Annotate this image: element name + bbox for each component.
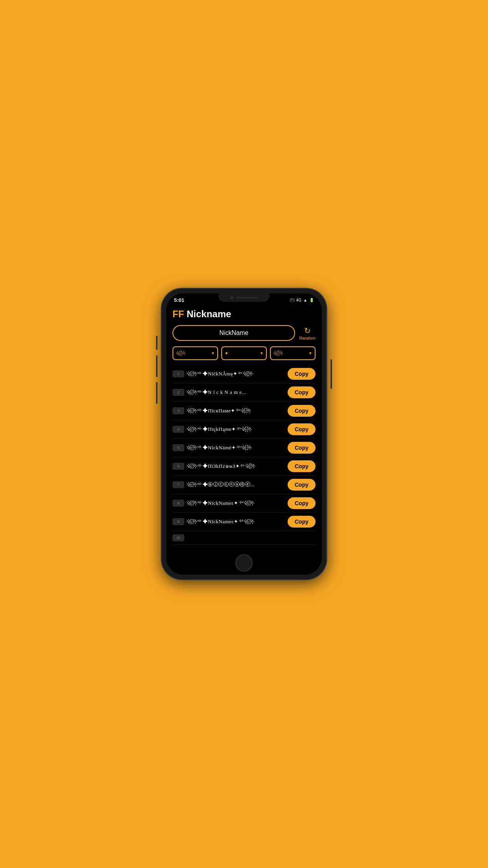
item-number-4: 4 — [172, 426, 184, 433]
copy-button-6[interactable]: Copy — [288, 460, 316, 472]
item-number-7: 7 — [172, 481, 184, 488]
item-number-10: 10 — [172, 534, 184, 541]
phone-screen: 5:01 📳 4G ▲ 🔋 FF Nickname ↻ Random — [166, 293, 322, 575]
list-item: 8 ꧁꧂༺✦NїckNameε✦༻꧁꧂ Copy — [172, 494, 316, 513]
chevron-down-icon: ▼ — [211, 351, 215, 355]
status-icons: 📳 4G ▲ 🔋 — [290, 298, 314, 302]
volume-up-button — [156, 336, 158, 350]
filter-suffix-text: ꧁꧂ — [273, 350, 283, 356]
item-text-9: ꧁꧂༺✦NїckNameε✦༻꧁꧂ — [187, 519, 284, 525]
copy-button-5[interactable]: Copy — [288, 442, 316, 454]
item-number-3: 3 — [172, 407, 184, 414]
wifi-icon: ▲ — [303, 298, 307, 302]
item-number-6: 6 — [172, 463, 184, 470]
filter-suffix[interactable]: ꧁꧂ ▼ — [270, 346, 316, 360]
chevron-down-icon: ▼ — [308, 351, 312, 355]
title-ff: FF — [172, 309, 184, 319]
list-item: 6 ꧁꧂༺✦ПїЗkПɾǝмЗ✦༻꧁꧂ Copy — [172, 457, 316, 476]
nickname-list: 1 ꧁꧂༺✦NїċkNÂmę✦༻꧁꧂ Copy 2 ꧁꧂༺✦N ї c k N … — [172, 365, 316, 545]
item-number-1: 1 — [172, 370, 184, 377]
item-text-4: ꧁꧂༺✦ПїçkПąme✦༻꧁꧂ — [187, 426, 284, 432]
item-text-2: ꧁꧂༺✦N ї c k N a m e... — [187, 389, 284, 395]
filter-center[interactable]: ✦ ▼ — [221, 346, 267, 360]
copy-button-2[interactable]: Copy — [288, 386, 316, 398]
copy-button-3[interactable]: Copy — [288, 405, 316, 417]
app-title: FF Nickname — [172, 309, 316, 320]
item-text-6: ꧁꧂༺✦ПїЗkПɾǝмЗ✦༻꧁꧂ — [187, 463, 284, 469]
vibrate-icon: 📳 — [290, 298, 294, 302]
copy-button-1[interactable]: Copy — [288, 368, 316, 380]
filter-center-text: ✦ — [224, 350, 229, 356]
item-text-8: ꧁꧂༺✦NїckNameε✦༻꧁꧂ — [187, 500, 284, 506]
random-label: Random — [299, 336, 316, 340]
item-number-5: 5 — [172, 444, 184, 451]
filter-prefix-text: ꧁꧂ — [176, 350, 186, 356]
notch — [218, 293, 270, 302]
input-row: ↻ Random — [172, 325, 316, 341]
list-item: 3 ꧁꧂༺✦ПїскПаме✦༻꧁꧂ Copy — [172, 402, 316, 420]
list-item: 4 ꧁꧂༺✦ПїçkПąme✦༻꧁꧂ Copy — [172, 420, 316, 439]
volume-down-button — [156, 355, 158, 377]
item-text-5: ꧁꧂༺✦NïckNämë✦༻꧁꧂ — [187, 445, 284, 451]
item-text-1: ꧁꧂༺✦NїċkNÂmę✦༻꧁꧂ — [187, 371, 284, 377]
signal-icon: 4G — [296, 298, 301, 302]
silent-switch — [156, 382, 158, 404]
random-button[interactable]: ↻ Random — [299, 326, 316, 340]
power-button — [330, 359, 332, 389]
home-button[interactable] — [235, 554, 253, 572]
copy-button-9[interactable]: Copy — [288, 516, 316, 528]
status-time: 5:01 — [174, 297, 184, 303]
phone-frame: 5:01 📳 4G ▲ 🔋 FF Nickname ↻ Random — [161, 289, 327, 579]
list-item: 1 ꧁꧂༺✦NїċkNÂmę✦༻꧁꧂ Copy — [172, 365, 316, 383]
random-icon: ↻ — [304, 326, 311, 335]
item-number-2: 2 — [172, 389, 184, 396]
filter-row: ꧁꧂ ▼ ✦ ▼ ꧁꧂ ▼ — [172, 346, 316, 360]
list-item: 7 ꧁꧂༺✦Ⓝⓘⓒⓚⓝⓐⓜⓔ... Copy — [172, 476, 316, 494]
app-content: FF Nickname ↻ Random ꧁꧂ ▼ ✦ — [166, 305, 322, 575]
front-camera — [230, 296, 233, 299]
item-number-8: 8 — [172, 500, 184, 507]
copy-button-8[interactable]: Copy — [288, 497, 316, 509]
battery-icon: 🔋 — [309, 298, 314, 302]
list-item: 5 ꧁꧂༺✦NïckNämë✦༻꧁꧂ Copy — [172, 439, 316, 457]
speaker — [237, 297, 258, 298]
item-number-9: 9 — [172, 518, 184, 525]
list-item: 2 ꧁꧂༺✦N ї c k N a m e... Copy — [172, 383, 316, 402]
copy-button-4[interactable]: Copy — [288, 423, 316, 435]
item-text-7: ꧁꧂༺✦Ⓝⓘⓒⓚⓝⓐⓜⓔ... — [187, 482, 284, 488]
copy-button-7[interactable]: Copy — [288, 479, 316, 491]
title-nickname-text: Nickname — [187, 309, 231, 319]
nickname-input[interactable] — [172, 325, 295, 341]
list-item: 10 — [172, 531, 316, 545]
filter-prefix[interactable]: ꧁꧂ ▼ — [172, 346, 218, 360]
list-item: 9 ꧁꧂༺✦NїckNameε✦༻꧁꧂ Copy — [172, 513, 316, 531]
chevron-down-icon: ▼ — [260, 351, 264, 355]
item-text-3: ꧁꧂༺✦ПїскПаме✦༻꧁꧂ — [187, 408, 284, 414]
